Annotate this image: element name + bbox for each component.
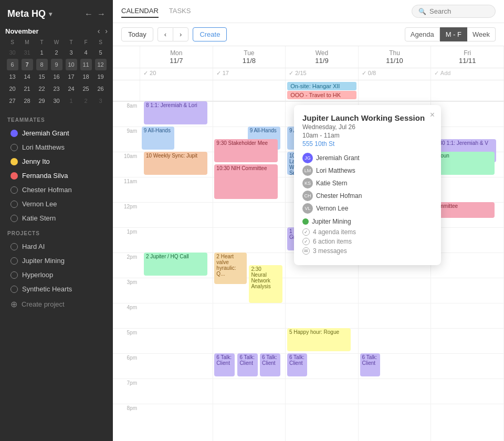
cal-day-19[interactable]: 19	[95, 71, 107, 82]
cal-day-13[interactable]: 13	[7, 71, 18, 82]
teammate-vernon-label: Vernon Lee	[22, 200, 57, 208]
event-talk-client-tue3[interactable]: 6 Talk: Client	[260, 353, 280, 376]
project-dot-icon	[302, 218, 309, 225]
mini-cal-header: November ‹ ›	[5, 27, 108, 35]
project-synthetic-label: Synthetic Hearts	[22, 285, 72, 293]
popup-close-button[interactable]: ×	[430, 110, 435, 120]
cal-day-24[interactable]: 24	[66, 83, 77, 94]
cal-day-3[interactable]: 3	[66, 47, 77, 58]
sidebar-item-hyperloop[interactable]: Hyperloop	[3, 268, 110, 281]
cal-day-27[interactable]: 27	[7, 95, 18, 107]
cal-day-10[interactable]: 10	[66, 59, 77, 70]
cal-day-30-oct[interactable]: 30	[7, 47, 18, 58]
attendee-name-katie: Katie Stern	[316, 180, 347, 187]
mini-cal-next-icon[interactable]: ›	[105, 27, 108, 35]
cal-day-21[interactable]: 21	[22, 83, 33, 94]
cal-day-17[interactable]: 17	[66, 71, 77, 82]
cal-day-31-oct[interactable]: 31	[22, 47, 33, 58]
view-buttons: Agenda M - F Week	[405, 27, 496, 41]
cal-day-28[interactable]: 28	[22, 95, 33, 107]
cal-day-12[interactable]: 12	[95, 59, 107, 70]
event-neural-network[interactable]: 2:30 Neural Network Analysis	[249, 265, 282, 303]
cal-day-6[interactable]: 6	[7, 59, 18, 70]
sidebar-item-jeremiah[interactable]: Jeremiah Grant	[3, 127, 110, 140]
event-heart-valve[interactable]: 2 Heart valve hyraulic: Q...	[214, 253, 247, 284]
cal-day-22[interactable]: 22	[36, 83, 48, 94]
event-talk-client-tue2[interactable]: 6 Talk: Client	[237, 353, 258, 376]
prev-button[interactable]: ‹	[158, 27, 173, 41]
cal-day-15[interactable]: 15	[36, 71, 48, 82]
back-arrow-icon[interactable]: ←	[85, 9, 93, 19]
cal-day-23[interactable]: 23	[51, 83, 62, 94]
cal-day-20[interactable]: 20	[7, 83, 18, 94]
sidebar-item-vernon[interactable]: Vernon Lee	[3, 197, 110, 211]
search-input[interactable]	[429, 7, 489, 15]
event-talk-client-wed[interactable]: 6 Talk: Client	[287, 353, 308, 376]
cal-day-30[interactable]: 30	[51, 95, 62, 107]
week-view-button[interactable]: Week	[467, 27, 496, 41]
mini-cal-prev-icon[interactable]: ‹	[98, 27, 100, 35]
cal-day-11[interactable]: 11	[80, 59, 92, 70]
popup-location[interactable]: 555 10th St	[302, 140, 433, 148]
workspace-chevron-icon[interactable]: ▾	[49, 10, 52, 18]
popup-action-items: ✓ 6 action items	[302, 238, 433, 245]
cal-day-9[interactable]: 9	[51, 59, 62, 70]
cal-day-25[interactable]: 25	[80, 83, 92, 94]
event-1on1-jeremiah-lori[interactable]: 8 1:1: Jeremiah & Lori	[144, 101, 207, 124]
event-weekly-sync[interactable]: 10 Weekly Sync: Jupit	[144, 152, 207, 175]
cal-day-8[interactable]: 8	[36, 59, 48, 70]
cal-day-2[interactable]: 2	[51, 47, 62, 58]
allday-event-ooo[interactable]: OOO - Travel to HK	[287, 91, 356, 99]
cal-day-29[interactable]: 29	[36, 95, 48, 107]
cal-day-7[interactable]: 7	[22, 59, 33, 70]
allday-thu	[359, 80, 432, 101]
event-groun[interactable]: Groun	[433, 152, 495, 175]
sidebar-item-jupiter[interactable]: Jupiter Mining	[3, 254, 110, 267]
calendar-header-row: Mon 11/7 Tue 11/8 Wed 11/9 Thu 11/10 Fri…	[113, 46, 504, 68]
day-header-mon: Mon 11/7	[140, 46, 213, 68]
cal-day-5[interactable]: 5	[95, 47, 107, 58]
cal-day-2-dec[interactable]: 2	[80, 95, 92, 107]
cal-day-18[interactable]: 18	[80, 71, 92, 82]
sidebar-item-fernanda[interactable]: Fernanda Silva	[3, 169, 110, 182]
sidebar-item-katie[interactable]: Katie Stern	[3, 212, 110, 225]
sidebar-item-chester[interactable]: Chester Hofman	[3, 183, 110, 196]
agenda-view-button[interactable]: Agenda	[405, 27, 440, 41]
create-project-button[interactable]: ⊕ Create project	[3, 297, 110, 312]
cal-day-3-dec[interactable]: 3	[95, 95, 107, 107]
action-icon: ✓	[302, 238, 310, 245]
next-button[interactable]: ›	[173, 27, 188, 41]
cal-day-26[interactable]: 26	[95, 83, 107, 94]
cal-day-1[interactable]: 1	[36, 47, 48, 58]
allday-event-hangar[interactable]: On-site: Hangar XII	[287, 82, 356, 90]
cal-day-16[interactable]: 16	[51, 71, 62, 82]
event-talk-client-tue1[interactable]: 6 Talk: Client	[214, 353, 235, 376]
event-jupiter-hq-call[interactable]: 2 Jupiter / HQ Call	[144, 253, 207, 276]
sidebar-item-hardai[interactable]: Hard AI	[3, 240, 110, 253]
cal-day-1-dec[interactable]: 1	[66, 95, 77, 107]
event-committee-fri[interactable]: ...mmittee	[433, 202, 495, 218]
event-nih-committee[interactable]: 10:30 NIH Committee	[214, 164, 278, 199]
day-header-fri: Fri 11/11	[431, 46, 504, 68]
mf-view-button[interactable]: M - F	[440, 27, 467, 41]
event-happy-hour[interactable]: 5 Happy hour: Rogue	[287, 328, 351, 351]
time-10am: 10am	[113, 152, 140, 177]
create-button[interactable]: Create	[193, 27, 227, 41]
event-stakeholder-tue[interactable]: 9:30 Stakeholder Mee	[214, 139, 278, 162]
event-allhands-mon[interactable]: 9 All-Hands	[142, 127, 174, 150]
sidebar-item-lori[interactable]: Lori Matthews	[3, 141, 110, 154]
calendar-toolbar: Today ‹ › Create Agenda M - F Week	[113, 23, 504, 46]
cal-day-4[interactable]: 4	[80, 47, 92, 58]
sidebar-item-synthetic[interactable]: Synthetic Hearts	[3, 282, 110, 296]
today-button[interactable]: Today	[121, 27, 153, 41]
search-icon: 🔍	[418, 8, 426, 15]
forward-arrow-icon[interactable]: →	[97, 9, 106, 19]
event-popup: × Jupiter Launch Working Session Wednesd…	[294, 105, 441, 265]
cal-day-14[interactable]: 14	[22, 71, 33, 82]
tab-tasks[interactable]: TASKS	[169, 5, 191, 18]
attendee-katie: KS Katie Stern	[302, 178, 433, 188]
event-talk-client-thu[interactable]: 6 Talk: Client	[360, 353, 381, 376]
tab-calendar[interactable]: CALENDAR	[121, 5, 159, 18]
sidebar-item-jenny[interactable]: Jenny Ito	[3, 155, 110, 168]
project-hyperloop-label: Hyperloop	[22, 271, 53, 279]
